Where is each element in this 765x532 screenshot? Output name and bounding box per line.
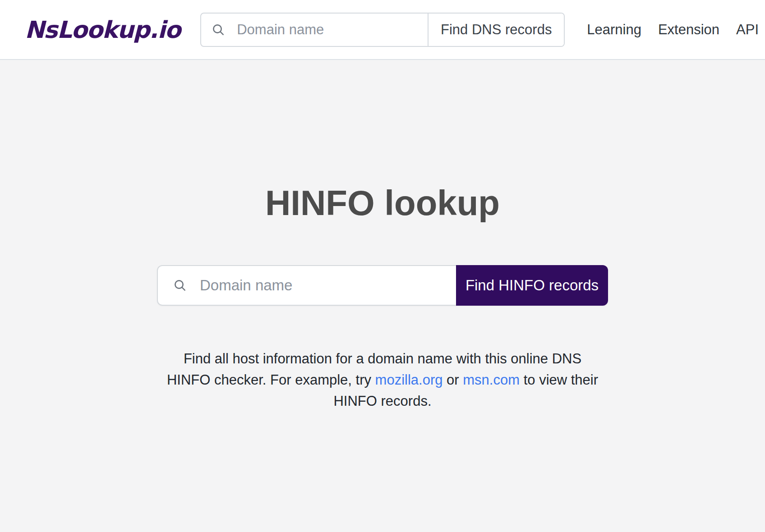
- find-dns-records-button[interactable]: Find DNS records: [428, 14, 564, 46]
- hinfo-domain-input[interactable]: [200, 277, 456, 294]
- description-line2-post: to view their: [520, 372, 598, 388]
- hinfo-search-form: Find HINFO records: [157, 265, 608, 306]
- header: NsLookup.io Find DNS records Learning Ex…: [0, 0, 765, 60]
- header-search-form: Find DNS records: [200, 13, 565, 47]
- header-domain-input[interactable]: [237, 22, 428, 38]
- page-title: HINFO lookup: [157, 60, 608, 224]
- nav-link-extension[interactable]: Extension: [658, 22, 719, 38]
- header-nav: Learning Extension API: [587, 22, 759, 38]
- page-description: Find all host information for a domain n…: [157, 348, 608, 412]
- description-line3: HINFO records.: [333, 393, 431, 409]
- nav-link-learning[interactable]: Learning: [587, 22, 641, 38]
- msn-com-link[interactable]: msn.com: [463, 372, 520, 388]
- description-line2-pre: HINFO checker. For example, try: [167, 372, 375, 388]
- find-hinfo-records-button[interactable]: Find HINFO records: [456, 265, 608, 306]
- description-line2-mid: or: [443, 372, 463, 388]
- description-line1: Find all host information for a domain n…: [184, 351, 581, 367]
- main-content: HINFO lookup Find HINFO records Find all…: [0, 60, 765, 531]
- header-search-input-wrap: [201, 14, 428, 46]
- mozilla-org-link[interactable]: mozilla.org: [375, 372, 443, 388]
- search-icon: [211, 23, 226, 37]
- hinfo-search-input-wrap: [157, 265, 456, 306]
- nav-link-api[interactable]: API: [736, 22, 759, 38]
- search-icon: [173, 278, 187, 293]
- brand-logo[interactable]: NsLookup.io: [25, 16, 180, 43]
